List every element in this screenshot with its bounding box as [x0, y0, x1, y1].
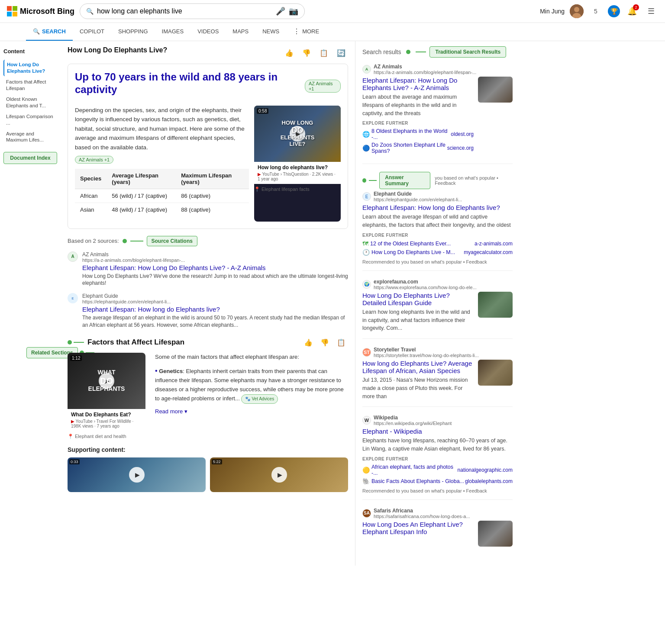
explore-link-1-1: 🕐 How Long Do Elephants Live - M... myag… [362, 249, 513, 256]
svg-text:E: E [71, 296, 74, 300]
table-cell-max-1: 88 (captive) [176, 203, 249, 216]
sidebar-item-2[interactable]: Oldest Known Elephants and T... [3, 94, 57, 111]
video-overlay-3: ELEPHANTS [281, 135, 315, 141]
result-title-5[interactable]: How Long Does An Elephant Live? Elephant… [362, 521, 474, 535]
support-play-1[interactable] [271, 467, 287, 483]
answer-actions: 👍 👎 📋 🔄 [282, 48, 348, 58]
tab-videos[interactable]: VIDEOS [190, 23, 226, 41]
explore-link-text-0-0[interactable]: 🌐 8 Oldest Elephants in the World -... [362, 128, 451, 140]
table-header-species: Species [75, 169, 107, 189]
result-title-0[interactable]: Elephant Lifespan: How Long Do Elephants… [362, 77, 474, 91]
notifications-icon[interactable]: 🔔 2 [625, 4, 639, 18]
explore-link-text-4-1[interactable]: 🐘 Basic Facts About Elephants - Globa... [362, 478, 464, 485]
result-favicon-2: 🌍 [362, 280, 371, 289]
factors-copy-icon[interactable]: 📋 [334, 338, 348, 348]
answer-source-tag-2[interactable]: AZ Animals +1 [75, 156, 113, 164]
factors-video-duration: 1:12 [70, 355, 82, 361]
video-duration: 0:58 [257, 108, 268, 114]
explore-link-text-4-0[interactable]: 🟡 African elephant, facts and photos -..… [362, 464, 458, 476]
sidebar-item-4[interactable]: Average and Maximum Lifes... [3, 129, 57, 145]
support-thumb-1[interactable]: 5:22 [210, 457, 348, 492]
tab-maps[interactable]: MAPS [226, 23, 255, 41]
result-url-5: https://safarisafricana.com/how-long-doe… [374, 514, 470, 519]
table-cell-species-0: African [75, 189, 107, 203]
sidebar-item-0[interactable]: How Long Do Elephants Live? [3, 60, 57, 76]
tab-shopping[interactable]: SHOPPING [111, 23, 155, 41]
answer-source-tag[interactable]: AZ Animals +1 [305, 80, 341, 93]
answer-text: Depending on the species, sex, and origi… [75, 106, 249, 152]
result-desc-0: Learn about the average and maximum life… [362, 93, 474, 117]
thumbs-up-icon[interactable]: 👍 [282, 48, 296, 58]
points-icon[interactable]: 5 [589, 4, 603, 18]
result-title-3[interactable]: How long do Elephants Live? Average Life… [362, 360, 474, 374]
tab-images[interactable]: IMAGES [155, 23, 191, 41]
video-overlay-1: HOW LONG [282, 120, 313, 126]
lifespan-table: Species Average Lifespan (years) Maximum… [75, 169, 249, 216]
logo: Microsoft Bing [7, 6, 74, 16]
explore-link-text-1-0[interactable]: 🗺 12 of the Oldest Elephants Ever... [362, 240, 451, 247]
result-title-2[interactable]: How Long Do Elephants Live? Detailed Lif… [362, 292, 474, 306]
explore-link-text-0-1[interactable]: 🔵 Do Zoos Shorten Elephant Life Spans? [362, 142, 447, 154]
tab-copilot[interactable]: COPILOT [73, 23, 111, 41]
read-more-button[interactable]: Read more ▾ [155, 407, 348, 416]
factors-thumbs-up-icon[interactable]: 👍 [301, 338, 315, 348]
result-item-0: A AZ Animals https://a-z-animals.com/blo… [362, 64, 513, 164]
result-source-4: W Wikipedia https://en.wikipedia.org/wik… [362, 415, 513, 426]
factors-video-overlay-1: WHAT [98, 369, 116, 376]
logo-text: Microsoft Bing [20, 7, 74, 16]
notification-badge: 2 [633, 4, 639, 10]
content-area: How Long Do Elephants Live? 👍 👎 📋 🔄 Up t… [61, 41, 355, 566]
recommended-4: Recommended to you based on what's popul… [362, 488, 513, 493]
factors-actions: 👍 👎 📋 [301, 338, 348, 348]
support-play-0[interactable] [129, 467, 145, 483]
factors-video-source: ▶ YouTube › Travel For Wildlife · 198K v… [71, 419, 142, 428]
result-item-4: W Wikipedia https://en.wikipedia.org/wik… [362, 415, 513, 500]
result-content-5: How Long Does An Elephant Live? Elephant… [362, 521, 513, 547]
sidebar-item-1[interactable]: Factors that Affect Lifespan [3, 77, 57, 93]
header-right: Min Jung 5 🏆 🔔 2 ☰ [540, 4, 658, 18]
document-index-button[interactable]: Document Index [3, 152, 57, 164]
factors-thumbs-down-icon[interactable]: 👎 [318, 338, 332, 348]
result-url-0: https://a-z-animals.com/blog/elephant-li… [374, 70, 476, 75]
search-bar[interactable]: 🔍 🎤 📷 [80, 3, 305, 19]
explore-link-1-0: 🗺 12 of the Oldest Elephants Ever... a-z… [362, 240, 513, 247]
explore-link-text-1-1[interactable]: 🕐 How Long Do Elephants Live - M... [362, 249, 455, 256]
source-count-label: Based on 2 sources: [68, 238, 119, 244]
factors-title: Factors that Affect Lifespan [87, 338, 184, 347]
thumbs-down-icon[interactable]: 👎 [300, 48, 313, 58]
factors-video-overlay-3: ELEPHANTS [88, 386, 125, 392]
tab-search[interactable]: 🔍 SEARCH [26, 23, 73, 41]
result-content-0: Elephant Lifespan: How Long Do Elephants… [362, 77, 513, 158]
explore-further-1: EXPLORE FURTHER 🗺 12 of the Oldest Eleph… [362, 233, 513, 256]
menu-icon[interactable]: ☰ [644, 4, 658, 18]
search-input[interactable] [97, 7, 272, 15]
table-header-max: Maximum Lifespan (years) [176, 169, 249, 189]
video-source: ▶ YouTube › ThisQuestion · 2.2K views · … [258, 172, 337, 181]
answer-box: Up to 70 years in the wild and 88 years … [68, 64, 348, 229]
source-link-1[interactable]: Elephant Lifespan: How long do Elephants… [82, 306, 348, 313]
refresh-icon[interactable]: 🔄 [334, 48, 348, 58]
result-title-1[interactable]: Elephant Lifespan: How long do Elephants… [362, 204, 513, 211]
result-domain-1: Elephant Guide [374, 191, 462, 197]
source-link-0[interactable]: Elephant Lifespan: How Long Do Elephants… [82, 264, 348, 271]
rewards-icon[interactable]: 🏆 [608, 5, 620, 17]
vet-icon: 🐾 [245, 396, 250, 402]
copy-icon[interactable]: 📋 [317, 48, 331, 58]
explore-link-0-1: 🔵 Do Zoos Shorten Elephant Life Spans? s… [362, 142, 474, 154]
result-title-4[interactable]: Elephant - Wikipedia [362, 428, 513, 435]
svg-point-5 [574, 7, 579, 12]
camera-icon[interactable]: 📷 [289, 6, 298, 16]
result-source-3: ST Storyteller Travel https://storytelle… [362, 347, 513, 358]
mic-icon[interactable]: 🎤 [276, 6, 285, 16]
source-name-1: Elephant Guide [82, 293, 348, 299]
support-thumb-0[interactable]: 0:33 [68, 457, 206, 492]
sidebar-item-3[interactable]: Lifespan Comparison ... [3, 112, 57, 128]
tab-news[interactable]: NEWS [255, 23, 286, 41]
result-domain-4: Wikipedia [374, 415, 452, 421]
user-name: Min Jung [540, 8, 565, 15]
header: Microsoft Bing 🔍 🎤 📷 Min Jung 5 🏆 🔔 [0, 0, 665, 41]
support-duration-1: 5:22 [212, 459, 222, 464]
tab-more[interactable]: ⋮ MORE [286, 23, 326, 41]
result-domain-5: Safaris Africana [374, 508, 470, 514]
explore-domain-4-0: nationalgeographic.com [458, 467, 513, 473]
